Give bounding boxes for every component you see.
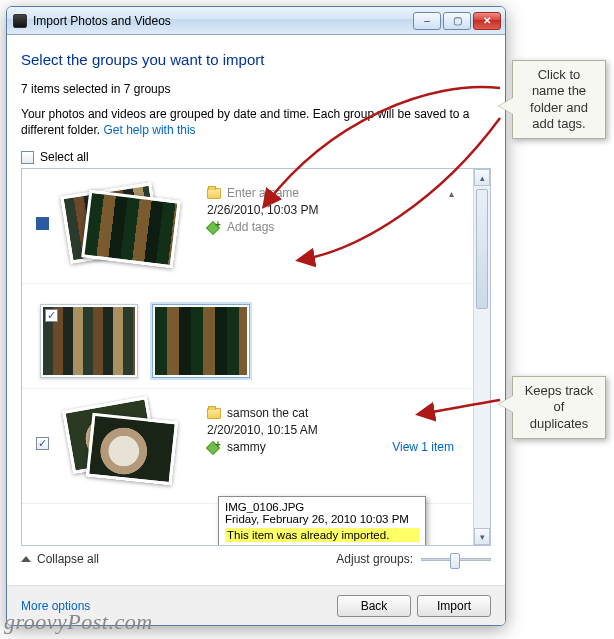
slider-thumb[interactable] — [450, 553, 460, 569]
scroll-area: Enter a name ▴ 2/26/2010, 10:03 PM Add t… — [22, 169, 472, 545]
adjust-groups-slider[interactable] — [421, 558, 491, 561]
group-name-input[interactable]: samson the cat — [227, 406, 308, 420]
import-button[interactable]: Import — [417, 595, 491, 617]
back-button[interactable]: Back — [337, 595, 411, 617]
photo-thumb-img — [155, 307, 247, 375]
watermark: groovyPost.com — [4, 609, 153, 635]
heading: Select the groups you want to import — [21, 51, 491, 68]
scroll-thumb[interactable] — [476, 189, 488, 309]
group-meta: Enter a name ▴ 2/26/2010, 10:03 PM Add t… — [207, 183, 458, 237]
photo-thumb — [81, 190, 181, 269]
tooltip-filename: IMG_0106.JPG — [225, 501, 419, 513]
import-window: Import Photos and Videos – ▢ ✕ Select th… — [6, 6, 506, 626]
callout-tail-icon — [499, 98, 513, 114]
group-checkbox[interactable] — [36, 217, 49, 230]
view-items-link[interactable]: View 1 item — [392, 440, 458, 454]
description-text: Your photos and videos are grouped by da… — [21, 107, 470, 137]
close-button[interactable]: ✕ — [473, 12, 501, 30]
group-item: samson the cat 2/20/2010, 10:15 AM sammy… — [22, 389, 472, 504]
group-item: Enter a name ▴ 2/26/2010, 10:03 PM Add t… — [22, 169, 472, 284]
photo-thumb — [86, 413, 178, 486]
callout-duplicates: Keeps track of duplicates — [512, 376, 606, 439]
minimize-button[interactable]: – — [413, 12, 441, 30]
thumb-tooltip: IMG_0106.JPG Friday, February 26, 2010 1… — [218, 496, 426, 545]
window-title: Import Photos and Videos — [33, 14, 413, 28]
select-all-label: Select all — [40, 150, 89, 164]
group-timestamp: 2/26/2010, 10:03 PM — [207, 203, 318, 217]
photo-thumb[interactable] — [40, 304, 138, 378]
chevron-up-icon — [21, 556, 31, 562]
thumb-checkbox[interactable] — [45, 309, 58, 322]
titlebar: Import Photos and Videos – ▢ ✕ — [7, 7, 505, 35]
scroll-up-button[interactable]: ▴ — [474, 169, 490, 186]
folder-icon — [207, 408, 221, 419]
callout-tail-icon — [499, 396, 513, 412]
scrollbar[interactable]: ▴ ▾ — [473, 169, 490, 545]
scroll-down-button[interactable]: ▾ — [474, 528, 490, 545]
selection-status: 7 items selected in 7 groups — [21, 82, 491, 96]
group-thumbnail-stack[interactable] — [59, 403, 189, 493]
device-icon — [13, 14, 27, 28]
collapse-group-icon[interactable]: ▴ — [449, 188, 458, 199]
photo-thumb[interactable] — [152, 304, 250, 378]
group-tag-text[interactable]: sammy — [227, 440, 266, 454]
description: Your photos and videos are grouped by da… — [21, 106, 491, 138]
groups-list: Enter a name ▴ 2/26/2010, 10:03 PM Add t… — [21, 168, 491, 546]
select-all-row: Select all — [21, 150, 491, 164]
adjust-groups-label: Adjust groups: — [336, 552, 413, 566]
callout-naming: Click to name the folder and add tags. — [512, 60, 606, 139]
tag-icon — [207, 440, 221, 454]
help-link[interactable]: Get help with this — [104, 123, 196, 137]
adjust-groups: Adjust groups: — [336, 552, 491, 566]
select-all-checkbox[interactable] — [21, 151, 34, 164]
maximize-button[interactable]: ▢ — [443, 12, 471, 30]
list-footer: Collapse all Adjust groups: — [21, 552, 491, 566]
group-thumbnail-stack[interactable] — [59, 183, 189, 273]
group-name-input[interactable]: Enter a name — [227, 186, 299, 200]
group-checkbox[interactable] — [36, 437, 49, 450]
collapse-all-button[interactable]: Collapse all — [21, 552, 99, 566]
tag-add-icon — [207, 220, 221, 234]
tooltip-date: Friday, February 26, 2010 10:03 PM — [225, 513, 419, 525]
add-tags-input[interactable]: Add tags — [227, 220, 274, 234]
folder-icon — [207, 188, 221, 199]
tooltip-duplicate-warning: This item was already imported. — [225, 528, 419, 542]
group-expanded: IMG_0106.JPG Friday, February 26, 2010 1… — [22, 284, 472, 389]
group-meta: samson the cat 2/20/2010, 10:15 AM sammy… — [207, 403, 458, 457]
group-timestamp: 2/20/2010, 10:15 AM — [207, 423, 318, 437]
window-body: Select the groups you want to import 7 i… — [7, 35, 505, 625]
window-buttons: – ▢ ✕ — [413, 12, 501, 30]
collapse-all-label: Collapse all — [37, 552, 99, 566]
